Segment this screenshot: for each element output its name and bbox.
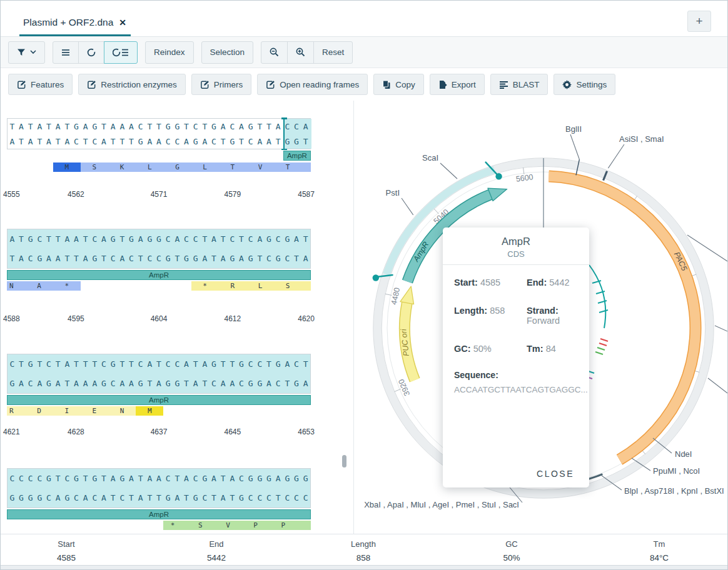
base-letter[interactable]: T bbox=[26, 122, 35, 131]
base-letter[interactable]: T bbox=[200, 379, 210, 388]
base-letter[interactable]: C bbox=[90, 137, 99, 146]
base-letter[interactable]: A bbox=[72, 379, 81, 388]
selection-pin-dot[interactable] bbox=[495, 173, 502, 179]
base-letter[interactable]: A bbox=[17, 254, 26, 263]
base-letter[interactable]: T bbox=[136, 474, 145, 483]
base-letter[interactable]: A bbox=[90, 379, 99, 388]
base-letter[interactable]: G bbox=[273, 359, 283, 369]
base-letter[interactable]: A bbox=[200, 359, 210, 369]
base-letter[interactable]: C bbox=[44, 493, 54, 502]
base-letter[interactable]: C bbox=[228, 122, 237, 131]
base-letter[interactable]: T bbox=[237, 234, 246, 244]
feature-annotation-ampr[interactable]: AmpR bbox=[7, 395, 311, 405]
base-letter[interactable]: G bbox=[292, 474, 301, 483]
base-letter[interactable]: A bbox=[53, 122, 63, 131]
enzyme-label-scai[interactable]: ScaI bbox=[422, 153, 438, 162]
translation-segment[interactable] bbox=[53, 162, 311, 172]
base-letter[interactable]: T bbox=[53, 234, 63, 244]
base-letter[interactable]: T bbox=[99, 122, 109, 131]
base-letter[interactable]: T bbox=[81, 474, 90, 483]
base-letter[interactable]: G bbox=[173, 379, 182, 388]
base-letter[interactable]: C bbox=[108, 254, 118, 263]
sequence-row-bottom[interactable]: TACGAATTAGTCACTCCGTGGATAGAGTCGCTA bbox=[8, 254, 310, 263]
open-reading-frames-button[interactable]: Open reading frames bbox=[257, 74, 368, 95]
base-letter[interactable]: A bbox=[218, 122, 228, 131]
base-letter[interactable]: C bbox=[90, 234, 99, 244]
base-letter[interactable]: C bbox=[8, 474, 17, 483]
base-letter[interactable]: T bbox=[35, 137, 44, 146]
base-letter[interactable]: G bbox=[118, 474, 127, 483]
base-letter[interactable]: G bbox=[90, 474, 99, 483]
base-letter[interactable]: A bbox=[154, 379, 164, 388]
base-letter[interactable]: T bbox=[191, 359, 200, 369]
base-letter[interactable]: G bbox=[90, 122, 99, 131]
base-letter[interactable]: C bbox=[246, 493, 255, 502]
base-letter[interactable]: T bbox=[301, 234, 310, 244]
base-letter[interactable]: G bbox=[72, 474, 81, 483]
base-letter[interactable]: T bbox=[173, 474, 182, 483]
base-letter[interactable]: C bbox=[200, 493, 210, 502]
base-letter[interactable]: G bbox=[163, 493, 173, 502]
translation-row[interactable]: *SVPP bbox=[7, 521, 311, 530]
base-letter[interactable]: A bbox=[118, 254, 127, 263]
base-letter[interactable]: C bbox=[154, 254, 164, 263]
enzyme-label-asisi[interactable]: AsiSI , SmaI bbox=[619, 134, 664, 144]
base-letter[interactable]: G bbox=[200, 474, 210, 483]
base-letter[interactable]: A bbox=[127, 379, 136, 388]
enzyme-label-ppumi[interactable]: PpuMI , NcoI bbox=[653, 466, 700, 476]
base-letter[interactable]: T bbox=[218, 234, 228, 244]
base-letter[interactable]: A bbox=[273, 122, 283, 131]
base-letter[interactable]: G bbox=[35, 493, 44, 502]
base-letter[interactable]: T bbox=[301, 137, 310, 146]
base-letter[interactable]: T bbox=[145, 122, 154, 131]
base-letter[interactable]: G bbox=[246, 122, 255, 131]
base-letter[interactable]: A bbox=[127, 474, 136, 483]
base-letter[interactable]: A bbox=[63, 137, 72, 146]
base-letter[interactable]: T bbox=[127, 359, 136, 369]
base-letter[interactable]: T bbox=[99, 474, 109, 483]
base-letter[interactable]: T bbox=[53, 474, 63, 483]
base-letter[interactable]: T bbox=[53, 137, 63, 146]
popup-close-button[interactable]: CLOSE bbox=[533, 468, 578, 479]
base-letter[interactable]: C bbox=[127, 254, 136, 263]
base-letter[interactable]: C bbox=[273, 379, 283, 388]
base-letter[interactable]: C bbox=[17, 474, 26, 483]
base-letter[interactable]: G bbox=[255, 379, 265, 388]
base-letter[interactable]: T bbox=[136, 254, 145, 263]
base-letter[interactable]: G bbox=[292, 379, 301, 388]
base-letter[interactable]: T bbox=[173, 254, 182, 263]
base-letter[interactable]: G bbox=[90, 254, 99, 263]
base-letter[interactable]: C bbox=[163, 234, 173, 244]
base-letter[interactable]: C bbox=[265, 254, 274, 263]
base-letter[interactable]: G bbox=[44, 474, 54, 483]
base-letter[interactable]: A bbox=[218, 493, 228, 502]
sequence-scrollbar-thumb[interactable] bbox=[342, 455, 346, 468]
base-letter[interactable]: A bbox=[17, 122, 26, 131]
base-letter[interactable]: A bbox=[218, 254, 228, 263]
base-letter[interactable]: T bbox=[292, 254, 301, 263]
base-letter[interactable]: C bbox=[72, 137, 81, 146]
sequence-row-bottom[interactable]: GACAGATAAAGCAAGTAGGTATCAACGGACTGA bbox=[8, 379, 310, 388]
base-letter[interactable]: G bbox=[163, 254, 173, 263]
enzyme-label-xbai[interactable]: XbaI , ApaI , MluI , AgeI , PmeI , StuI … bbox=[364, 500, 519, 509]
sequence-row-top[interactable]: CTGTCTATTTCGTTCATCCATAGTTGCCTGACT bbox=[8, 359, 310, 369]
base-letter[interactable]: C bbox=[292, 122, 301, 131]
base-letter[interactable]: G bbox=[283, 234, 292, 244]
base-letter[interactable]: G bbox=[72, 122, 81, 131]
base-letter[interactable]: C bbox=[283, 254, 292, 263]
base-letter[interactable]: T bbox=[255, 122, 265, 131]
base-letter[interactable]: C bbox=[136, 359, 145, 369]
base-letter[interactable]: A bbox=[273, 474, 283, 483]
base-letter[interactable]: A bbox=[81, 379, 90, 388]
base-letter[interactable]: A bbox=[237, 254, 246, 263]
base-letter[interactable]: T bbox=[154, 359, 164, 369]
base-letter[interactable]: C bbox=[72, 493, 81, 502]
base-letter[interactable]: G bbox=[210, 359, 219, 369]
primers-button[interactable]: Primers bbox=[191, 74, 252, 95]
base-letter[interactable]: C bbox=[210, 379, 219, 388]
base-letter[interactable]: A bbox=[136, 234, 145, 244]
base-letter[interactable]: G bbox=[154, 234, 164, 244]
base-letter[interactable]: G bbox=[191, 137, 200, 146]
base-letter[interactable]: T bbox=[218, 137, 228, 146]
base-letter[interactable]: A bbox=[63, 234, 72, 244]
